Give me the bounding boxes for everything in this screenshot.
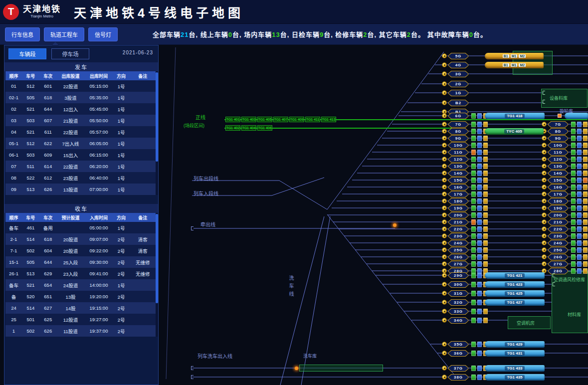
engineering-train[interactable]: B1M1M2 (485, 62, 544, 68)
train[interactable]: TYC 405 (485, 128, 544, 135)
mainline-train-chip[interactable]: TG1 413 (321, 117, 336, 122)
engineering-train[interactable]: B1M1M2 (485, 53, 544, 59)
track-badge[interactable]: 26G (548, 254, 568, 260)
table-row[interactable]: 0751161422股道06:20:001号 (5, 161, 156, 172)
train[interactable]: TG1 427 (485, 299, 545, 306)
track-badge[interactable]: 24G (548, 240, 568, 246)
track-badge[interactable]: 10G (448, 142, 468, 149)
mainline-train-chip[interactable]: TG1 403 (241, 117, 256, 122)
toolbar-button-2[interactable]: 信号灯 (88, 27, 118, 41)
table-row[interactable]: 150262611股道19:37:002号 (5, 325, 156, 337)
table-row[interactable]: 0350360721股道05:50:001号 (5, 115, 156, 126)
track-badge[interactable]: 16G (448, 184, 468, 191)
track-badge[interactable]: 17G (548, 191, 568, 197)
track-badge[interactable]: 24G (448, 240, 468, 246)
track-badge[interactable]: 18G (548, 198, 568, 204)
table-row[interactable]: 2550162512股道19:27:002号 (5, 314, 156, 325)
train[interactable]: TG1 429 (485, 341, 545, 348)
tab-parking-lot[interactable]: 停车场 (51, 48, 89, 59)
track-badge[interactable]: 19G (448, 205, 468, 211)
toolbar-button-0[interactable]: 行车信息 (5, 27, 40, 41)
depart-scrollbar[interactable] (156, 71, 158, 195)
table-row[interactable]: 备52065113股19:20:002号 (5, 291, 156, 302)
mainline-train-chip[interactable]: TG1 409 (289, 117, 304, 122)
track-badge[interactable]: 8G (448, 128, 468, 135)
track-badge[interactable]: 23G (548, 233, 568, 239)
track-badge[interactable]: 4G (448, 62, 468, 68)
track-badge[interactable]: 22G (448, 226, 468, 232)
track-badge[interactable]: 28G (548, 268, 568, 274)
track-badge[interactable]: 3G (448, 71, 468, 77)
track-badge[interactable]: 37G (448, 365, 468, 372)
table-row[interactable]: 05-15126227出入线06:05:001号 (5, 138, 156, 149)
track-badge[interactable]: 6G (448, 113, 468, 119)
track-badge[interactable]: 18G (448, 198, 468, 204)
track-badge[interactable]: 13G (448, 163, 468, 170)
track-badge[interactable]: 17G (448, 191, 468, 197)
mainline-train-chip[interactable]: TG1 411 (305, 117, 320, 122)
arrive-scrollbar[interactable] (156, 213, 158, 337)
track-badge[interactable]: 25G (548, 247, 568, 253)
table-row[interactable]: 0852261223股道06:40:001号 (5, 172, 156, 184)
mainline-train-chip[interactable]: TG1 402 (225, 125, 240, 131)
mainline-train-chip[interactable]: TG1 407 (273, 117, 288, 122)
table-row[interactable]: 备车461备用05:00:001号 (5, 222, 156, 233)
track-badge[interactable]: 38G (448, 374, 468, 381)
table-row[interactable]: 0951362613股道07:00:001号 (5, 184, 156, 195)
train[interactable]: TG1 433 (485, 365, 545, 372)
track-badge[interactable]: 29G (448, 272, 468, 279)
table-row[interactable]: 0452161122股道05:57:001号 (5, 126, 156, 138)
track-badge[interactable]: 11G (548, 149, 568, 156)
track-badge[interactable]: 14G (548, 170, 568, 177)
track-badge[interactable]: 10G (548, 142, 568, 149)
train[interactable] (565, 113, 588, 119)
track-badge[interactable]: 7G (448, 121, 468, 128)
track-badge[interactable]: 13G (548, 163, 568, 170)
mainline-train-chip[interactable]: TG1 406 (257, 125, 272, 131)
track-badge[interactable]: 14G (448, 170, 468, 177)
track-badge[interactable]: 26G (448, 254, 468, 260)
table-row[interactable]: 26-151362923入段09:41:002号无维修 (5, 268, 156, 279)
table-row[interactable]: 0252164412出入05:45:001号 (5, 103, 156, 115)
mainline-train-chip[interactable]: TG1 401 (225, 117, 240, 122)
table-row[interactable]: 02-15056183股道05:35:001号 (5, 92, 156, 103)
track-badge[interactable]: 22G (548, 226, 568, 232)
track-badge[interactable]: 12G (448, 156, 468, 163)
track-badge[interactable]: 35G (448, 341, 468, 348)
table-row[interactable]: 备车52165424股道14:00:001号 (5, 279, 156, 291)
train[interactable]: TG1 423 (485, 281, 545, 288)
train[interactable]: TG1 431 (485, 350, 545, 357)
table-row[interactable]: 0151260122股道05:15:001号 (5, 80, 156, 92)
train[interactable]: TG1 418 (485, 113, 545, 119)
track-badge[interactable]: 15G (548, 177, 568, 184)
train[interactable]: TG1 421 (485, 272, 545, 279)
table-row[interactable]: 15-150564425入段09:30:002号无维修 (5, 256, 156, 268)
table-row[interactable]: 2451462714股19:15:002号 (5, 302, 156, 314)
track-badge[interactable]: 21G (448, 219, 468, 225)
track-badge[interactable]: 19G (548, 205, 568, 211)
table-row[interactable]: 7-150260420股道09:22:002号清客 (5, 245, 156, 256)
track-badge[interactable]: 9G (548, 135, 568, 142)
track-badge[interactable]: 12G (548, 156, 568, 163)
track-badge[interactable]: 7G (548, 121, 568, 128)
track-badge[interactable]: 9G (448, 135, 468, 142)
train[interactable]: TG1 435 (485, 374, 545, 381)
track-badge[interactable]: 2G (448, 81, 468, 87)
track-badge[interactable]: 1G (448, 90, 468, 96)
track-badge[interactable]: 20G (448, 212, 468, 218)
track-badge[interactable]: 15G (448, 177, 468, 184)
track-badge[interactable]: 25G (448, 247, 468, 253)
track-badge[interactable]: 30G (448, 281, 468, 288)
track-badge[interactable]: 31G (448, 290, 468, 297)
track-badge[interactable]: 11G (448, 149, 468, 156)
track-badge[interactable]: 23G (448, 233, 468, 239)
track-badge[interactable]: 27G (548, 261, 568, 267)
train[interactable]: TG1 425 (485, 290, 545, 297)
track-badge[interactable]: 21G (548, 219, 568, 225)
track-badge[interactable]: 33G (448, 308, 468, 315)
toolbar-button-1[interactable]: 轨道工程车 (44, 27, 84, 41)
table-row[interactable]: 06-150360915出入06:15:001号 (5, 149, 156, 161)
track-badge[interactable]: 32G (448, 299, 468, 306)
track-badge[interactable]: 36G (448, 350, 468, 357)
track-badge[interactable]: 16G (548, 184, 568, 191)
